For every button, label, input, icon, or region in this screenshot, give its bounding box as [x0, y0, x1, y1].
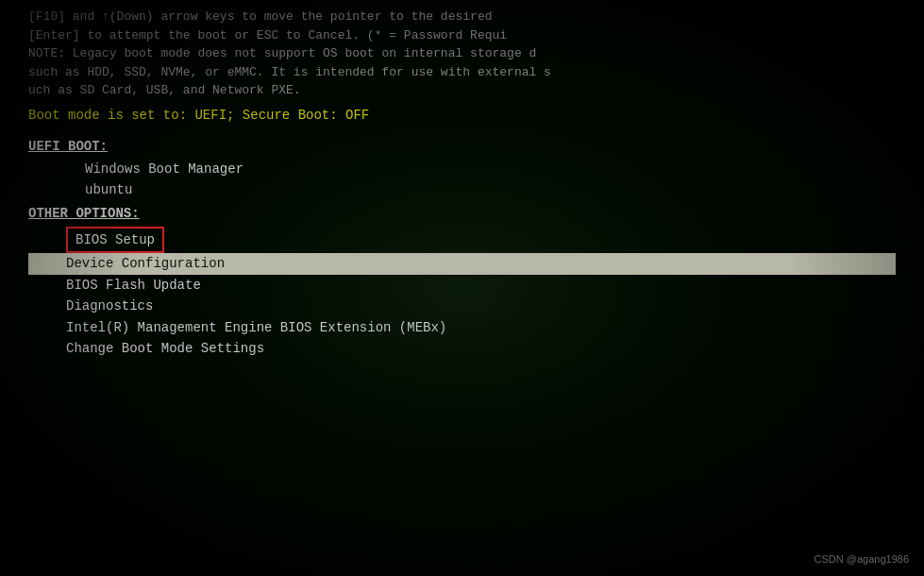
- option-row-bios-flash[interactable]: BIOS Flash Update: [28, 275, 896, 296]
- option-row-device-config[interactable]: Device Configuration: [28, 253, 896, 274]
- instruction-line-5: uch as SD Card, USB, and Network PXE.: [28, 81, 896, 100]
- option-row-diagnostics[interactable]: Diagnostics: [28, 296, 896, 316]
- option-row-change-boot[interactable]: Change Boot Mode Settings: [28, 338, 896, 359]
- option-row-bios-setup: BIOS Setup: [28, 227, 896, 253]
- option-row-mebx[interactable]: Intel(R) Management Engine BIOS Extensio…: [28, 317, 896, 338]
- uefi-item-ubuntu[interactable]: ubuntu: [28, 180, 896, 201]
- bios-setup-button[interactable]: BIOS Setup: [66, 227, 164, 253]
- uefi-item-windows[interactable]: Windows Boot Manager: [28, 160, 896, 180]
- boot-menu-screen: [F10] and ↑(Down) arrow keys to move the…: [0, 0, 924, 576]
- uefi-header: UEFI BOOT:: [28, 137, 896, 158]
- options-block: BIOS Setup Device Configuration BIOS Fla…: [28, 227, 896, 359]
- content-area: [F10] and ↑(Down) arrow keys to move the…: [0, 0, 924, 576]
- instruction-line-2: [Enter] to attempt the boot or ESC to Ca…: [28, 26, 896, 45]
- boot-mode-status: Boot mode is set to: UEFI; Secure Boot: …: [28, 106, 896, 127]
- instruction-line-1: [F10] and ↑(Down) arrow keys to move the…: [28, 8, 896, 26]
- instruction-line-3: NOTE: Legacy boot mode does not support …: [28, 44, 896, 63]
- instruction-line-4: such as HDD, SSD, NVMe, or eMMC. It is i…: [28, 63, 896, 82]
- instruction-block: [F10] and ↑(Down) arrow keys to move the…: [28, 8, 896, 100]
- watermark: CSDN @agang1986: [815, 553, 909, 565]
- device-config-label[interactable]: Device Configuration: [28, 253, 896, 274]
- other-options-header: OTHER OPTIONS:: [28, 204, 896, 225]
